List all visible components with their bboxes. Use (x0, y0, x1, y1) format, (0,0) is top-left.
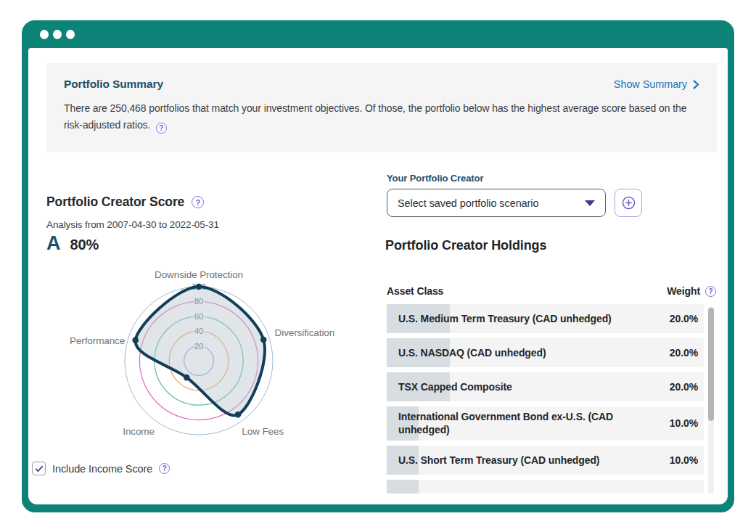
asset-class-cell: International Government Bond ex-U.S. (C… (387, 406, 626, 441)
weight-cell: 10.0% (670, 454, 704, 466)
table-row-partial[interactable] (387, 480, 704, 494)
summary-text: There are 250,468 portfolios that match … (64, 100, 699, 134)
summary-title: Portfolio Summary (64, 78, 163, 91)
portfolio-creator-label: Your Portfolio Creator (387, 173, 483, 184)
show-summary-link[interactable]: Show Summary (614, 78, 699, 90)
table-row[interactable]: International Government Bond ex-U.S. (C… (387, 406, 704, 441)
include-income-label: Include Income Score (52, 463, 152, 475)
table-row[interactable]: U.S. Short Term Treasury (CAD unhedged)1… (387, 446, 704, 475)
check-icon (35, 465, 44, 472)
radar-point (196, 284, 202, 290)
table-row[interactable]: U.S. NASDAQ (CAD unhedged)20.0% (387, 338, 704, 367)
weight-cell: 10.0% (670, 417, 704, 429)
chevron-right-icon (693, 80, 699, 89)
score-grade: A 80% (46, 232, 99, 255)
table-row[interactable]: U.S. Medium Term Treasury (CAD unhedged)… (387, 304, 704, 333)
weight-column-header: Weight (667, 285, 700, 297)
window-dot (66, 30, 75, 39)
asset-class-cell: TSX Capped Composite (387, 377, 626, 397)
help-icon[interactable]: ? (705, 286, 716, 297)
radar-axis-label: Downside Protection (155, 269, 243, 280)
weight-cell: 20.0% (670, 381, 704, 393)
asset-class-column-header: Asset Class (387, 285, 443, 297)
radar-axis-label: Low Fees (242, 426, 284, 437)
asset-class-cell: U.S. Short Term Treasury (CAD unhedged) (387, 450, 626, 470)
radar-axis-label: Diversification (275, 327, 335, 338)
table-row[interactable]: TSX Capped Composite20.0% (387, 372, 704, 401)
include-income-checkbox[interactable] (32, 462, 46, 475)
holdings-table: U.S. Medium Term Treasury (CAD unhedged)… (387, 304, 704, 494)
help-icon[interactable]: ? (159, 463, 170, 474)
radar-point (184, 375, 190, 381)
window-titlebar (22, 20, 734, 48)
radar-axis-label: Performance (70, 335, 125, 346)
radar-point (235, 412, 242, 418)
score-title: Portfolio Creator Score (46, 195, 184, 210)
asset-class-cell: U.S. Medium Term Treasury (CAD unhedged) (387, 308, 626, 329)
radar-point (260, 337, 267, 343)
analysis-date-range: Analysis from 2007-04-30 to 2022-05-31 (46, 219, 219, 230)
holdings-title: Portfolio Creator Holdings (385, 238, 546, 253)
holdings-table-header: Asset Class Weight ? (387, 285, 704, 297)
weight-cell: 20.0% (670, 347, 704, 359)
plus-circle-icon (621, 195, 636, 210)
portfolio-summary-panel: Portfolio Summary Show Summary There are… (46, 63, 717, 152)
scrollbar-thumb[interactable] (708, 308, 714, 421)
window-dot (53, 30, 62, 39)
browser-window: Portfolio Summary Show Summary There are… (22, 20, 734, 512)
weight-cell: 20.0% (670, 313, 704, 324)
weight-bar (387, 480, 419, 494)
window-content: Portfolio Summary Show Summary There are… (28, 48, 728, 504)
grade-percent: 80% (70, 237, 99, 253)
grade-letter: A (46, 232, 60, 255)
score-header: Portfolio Creator Score ? (46, 195, 204, 210)
add-scenario-button[interactable] (615, 189, 642, 217)
window-dot (40, 30, 49, 39)
radar-area (136, 287, 265, 415)
include-income-toggle[interactable]: Include Income Score ? (32, 462, 170, 475)
asset-class-cell: U.S. NASDAQ (CAD unhedged) (387, 343, 626, 363)
holdings-scrollbar (708, 306, 714, 494)
help-icon[interactable]: ? (156, 123, 167, 134)
show-summary-label: Show Summary (614, 78, 687, 90)
chevron-down-icon (585, 200, 595, 206)
portfolio-scenario-select[interactable]: Select saved portfolio scenario (387, 189, 606, 217)
radar-point (132, 337, 139, 343)
dropdown-selected-value: Select saved portfolio scenario (398, 197, 538, 209)
help-icon[interactable]: ? (192, 196, 204, 208)
radar-axis-label: Income (123, 426, 155, 437)
